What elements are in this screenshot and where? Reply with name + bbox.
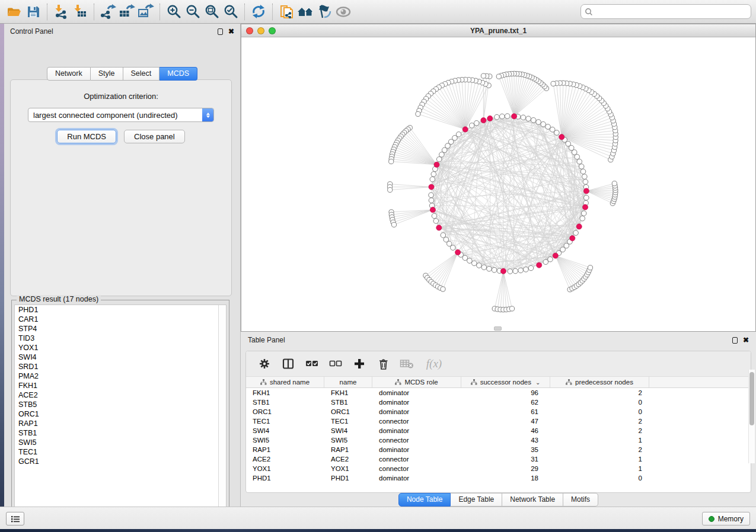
list-icon — [11, 515, 20, 523]
table-scrollbar-thumb[interactable] — [749, 372, 754, 425]
network-window-title: YPA_prune.txt_1 — [241, 27, 755, 35]
eye-icon[interactable] — [334, 2, 353, 21]
cell-MCDS-role: dominator — [372, 445, 461, 454]
import-network-icon[interactable] — [52, 2, 71, 21]
import-table-icon[interactable] — [71, 2, 90, 21]
columns-icon[interactable] — [280, 356, 296, 371]
run-mcds-button[interactable]: Run MCDS — [57, 130, 116, 143]
mcds-result-list[interactable]: PHD1CAR1STP4TID3YOX1SWI4SRD1PMA2FKH1ACE2… — [14, 305, 227, 517]
zoom-selected-icon[interactable] — [221, 2, 240, 21]
share-network-document-icon[interactable] — [277, 2, 296, 21]
gear-icon[interactable] — [257, 356, 272, 371]
cell-successor-nodes: 46 — [461, 426, 550, 435]
tab-node-table[interactable]: Node Table — [398, 493, 451, 507]
control-panel-header: Control Panel ✖ — [4, 24, 240, 39]
tab-edge-table[interactable]: Edge Table — [451, 493, 502, 507]
table-row[interactable]: TEC1TEC1connector472 — [246, 416, 751, 426]
table-rows: FKH1FKH1dominator962STB1STB1dominator620… — [246, 388, 751, 484]
open-icon[interactable] — [5, 2, 24, 21]
cell-predecessor-nodes: 0 — [550, 407, 649, 416]
cell-MCDS-role: connector — [372, 435, 461, 445]
mcds-result-item[interactable]: PHD1 — [15, 305, 226, 315]
mcds-result-item[interactable]: YOX1 — [15, 343, 226, 352]
panel-splitter-handle[interactable] — [494, 326, 502, 331]
table-row[interactable]: STB1STB1dominator620 — [246, 398, 751, 407]
mcds-result-item[interactable]: SWI4 — [15, 352, 226, 362]
tab-style[interactable]: Style — [91, 67, 123, 81]
refresh-icon[interactable] — [249, 2, 268, 21]
float-panel-icon[interactable] — [218, 28, 223, 35]
mcds-result-item[interactable]: FKH1 — [15, 381, 226, 390]
mcds-result-item[interactable]: STB1 — [15, 428, 226, 438]
network-window-titlebar[interactable]: YPA_prune.txt_1 — [241, 24, 755, 37]
trash-icon[interactable] — [375, 356, 391, 371]
deselect-all-icon[interactable] — [328, 356, 343, 371]
add-icon[interactable] — [352, 356, 367, 371]
export-network-icon[interactable] — [98, 2, 117, 21]
table-row[interactable]: YOX1YOX1connector291 — [246, 464, 751, 473]
table-row[interactable]: FKH1FKH1dominator962 — [246, 388, 751, 398]
mcds-result-item[interactable]: STP4 — [15, 324, 226, 334]
close-panel-button[interactable]: Close panel — [124, 130, 185, 143]
cell-shared-name: YOX1 — [246, 464, 324, 473]
table-row[interactable]: SWI4SWI4dominator462 — [246, 426, 751, 435]
select-all-icon[interactable] — [304, 356, 320, 371]
export-image-icon[interactable] — [136, 2, 155, 21]
tab-network[interactable]: Network — [47, 67, 91, 81]
mcds-result-item[interactable]: PMA2 — [15, 371, 226, 381]
close-panel-icon[interactable]: ✖ — [228, 28, 234, 35]
toolbar-icons — [5, 2, 353, 21]
mcds-result-item[interactable]: TEC1 — [15, 447, 226, 457]
mcds-result-item[interactable]: ACE2 — [15, 390, 226, 400]
optimization-criterion-select[interactable]: largest connected component (undirected) — [28, 108, 214, 122]
mcds-result-item[interactable]: RAP1 — [15, 419, 226, 428]
delete-table-icon[interactable] — [399, 356, 414, 371]
zoom-out-icon[interactable] — [183, 2, 202, 21]
column-header-shared-name[interactable]: shared name — [246, 377, 324, 387]
mcds-result-item[interactable]: STB5 — [15, 400, 226, 409]
save-icon[interactable] — [24, 2, 43, 21]
memory-button[interactable]: Memory — [702, 512, 750, 525]
tab-network-table[interactable]: Network Table — [502, 493, 563, 507]
control-panel: Control Panel ✖ NetworkStyleSelectMCDS O… — [4, 24, 241, 507]
column-label: MCDS role — [404, 379, 438, 386]
table-scrollbar[interactable] — [748, 370, 755, 463]
mcds-result-item[interactable]: ORC1 — [15, 409, 226, 419]
search-input[interactable] — [593, 6, 747, 18]
function-icon[interactable]: f(x) — [423, 356, 445, 371]
export-table-icon[interactable] — [117, 2, 136, 21]
table-row[interactable]: RAP1RAP1dominator352 — [246, 445, 751, 454]
toolbar-separator — [47, 4, 47, 20]
tab-select[interactable]: Select — [123, 67, 160, 81]
float-table-panel-icon[interactable] — [732, 337, 738, 344]
column-header-filler — [649, 377, 751, 387]
column-header-name[interactable]: name — [324, 377, 372, 387]
details-flag-icon[interactable] — [315, 2, 334, 21]
column-header-MCDS-role[interactable]: MCDS role — [372, 377, 461, 387]
network-canvas[interactable] — [241, 37, 755, 331]
home-icon[interactable] — [296, 2, 315, 21]
cell-successor-nodes: 31 — [461, 454, 550, 464]
table-row[interactable]: ORC1ORC1dominator610 — [246, 407, 751, 416]
mcds-result-item[interactable]: CAR1 — [15, 315, 226, 324]
column-header-successor-nodes[interactable]: successor nodes⌄ — [461, 377, 550, 387]
table-row[interactable]: PHD1PHD1dominator180 — [246, 473, 751, 483]
mcds-list-scrollbar[interactable] — [218, 305, 226, 516]
zoom-fit-icon[interactable] — [202, 2, 221, 21]
close-table-panel-icon[interactable]: ✖ — [743, 336, 749, 344]
table-row[interactable]: SWI5SWI5connector431 — [246, 435, 751, 445]
cell-predecessor-nodes: 1 — [550, 454, 649, 464]
tab-mcds[interactable]: MCDS — [160, 67, 197, 81]
mcds-result-item[interactable]: SRD1 — [15, 362, 226, 371]
task-history-button[interactable] — [6, 512, 24, 525]
mcds-result-item[interactable]: GCR1 — [15, 457, 226, 466]
mcds-result-item[interactable]: TID3 — [15, 334, 226, 343]
tab-motifs[interactable]: Motifs — [563, 493, 598, 507]
mcds-result-item[interactable]: SWI5 — [15, 438, 226, 447]
network-graph[interactable] — [241, 37, 755, 332]
table-row[interactable]: ACE2ACE2connector311 — [246, 454, 751, 464]
search-box[interactable] — [580, 4, 751, 19]
column-header-predecessor-nodes[interactable]: predecessor nodes — [550, 377, 649, 387]
zoom-in-icon[interactable] — [164, 2, 183, 21]
toolbar-separator — [272, 4, 273, 20]
